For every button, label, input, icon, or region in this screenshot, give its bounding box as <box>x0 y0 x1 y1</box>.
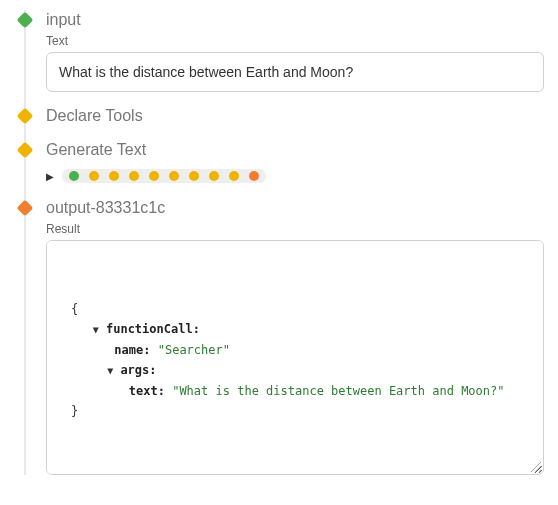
progress-dot <box>249 171 259 181</box>
copy-icon[interactable] <box>509 257 527 275</box>
json-key-name: name: <box>114 343 150 357</box>
disclosure-icon[interactable]: ▶ <box>46 171 54 182</box>
json-key-args: args: <box>120 363 156 377</box>
json-brace-close: } <box>71 404 78 418</box>
svg-line-3 <box>535 466 541 472</box>
progress-dot <box>209 171 219 181</box>
node-input: input Text <box>12 10 538 106</box>
field-label-text: Text <box>46 34 538 48</box>
progress-bar <box>62 169 266 183</box>
tree-toggle-icon[interactable]: ▼ <box>107 365 113 376</box>
progress-dot <box>129 171 139 181</box>
node-output: output-83331c1c Result { ▼ functionCall:… <box>12 198 538 475</box>
node-title-output[interactable]: output-83331c1c <box>46 198 538 218</box>
progress-dot <box>69 171 79 181</box>
node-dot-output <box>17 200 34 217</box>
json-key-text: text: <box>129 384 165 398</box>
generate-progress-row: ▶ <box>46 168 538 184</box>
resize-grip-icon[interactable] <box>529 460 541 472</box>
json-key-functioncall: functionCall: <box>106 322 200 336</box>
node-generate-text: Generate Text ▶ <box>12 140 538 198</box>
tree-toggle-icon[interactable]: ▼ <box>93 324 99 335</box>
node-declare-tools: Declare Tools <box>12 106 538 140</box>
node-dot-declare <box>17 108 34 125</box>
progress-dot <box>149 171 159 181</box>
node-dot-input <box>17 12 34 29</box>
progress-dot <box>229 171 239 181</box>
node-title-input[interactable]: input <box>46 10 538 30</box>
svg-line-4 <box>539 470 541 472</box>
input-text-field[interactable] <box>46 52 544 92</box>
result-output-box[interactable]: { ▼ functionCall: name: "Searcher" ▼ arg… <box>46 240 544 475</box>
svg-line-2 <box>531 462 541 472</box>
field-label-result: Result <box>46 222 538 236</box>
progress-dot <box>89 171 99 181</box>
progress-dot <box>109 171 119 181</box>
progress-dot <box>189 171 199 181</box>
json-val-text: "What is the distance between Earth and … <box>172 384 504 398</box>
json-val-name: "Searcher" <box>158 343 230 357</box>
json-brace-open: { <box>71 302 78 316</box>
node-title-declare[interactable]: Declare Tools <box>46 106 538 126</box>
node-title-generate[interactable]: Generate Text <box>46 140 538 160</box>
node-dot-generate <box>17 142 34 159</box>
workflow-timeline: input Text Declare Tools Generate Text ▶… <box>12 10 538 475</box>
progress-dot <box>169 171 179 181</box>
